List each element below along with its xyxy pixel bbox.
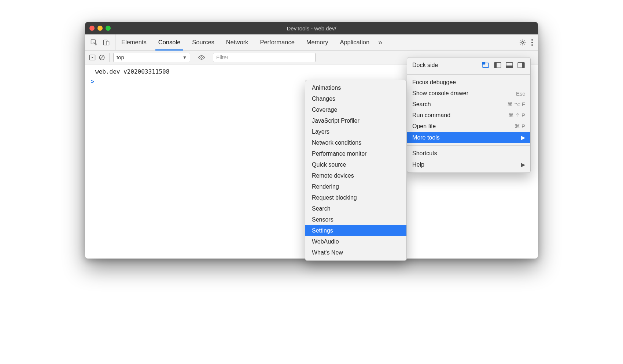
tab-performance[interactable]: Performance (254, 34, 300, 50)
chevron-right-icon: ▶ (521, 161, 525, 168)
submenu-item[interactable]: WebAudio (305, 236, 406, 247)
menu-item-shortcut: ⌘ ⇧ P (508, 112, 525, 119)
submenu-item-label: Changes (312, 96, 335, 102)
dock-undock-icon[interactable] (482, 62, 490, 68)
submenu-item-label: Performance monitor (312, 151, 366, 157)
menu-item-open-file[interactable]: Open file⌘ P (407, 121, 530, 132)
dock-bottom-icon[interactable] (505, 62, 513, 68)
tab-label: Application (340, 39, 369, 46)
submenu-item[interactable]: Quick source (305, 159, 406, 170)
submenu-item-label: Request blocking (312, 194, 357, 201)
tab-elements[interactable]: Elements (115, 34, 152, 50)
submenu-item[interactable]: Sensors (305, 214, 406, 225)
menu-item-label: Help (412, 161, 424, 168)
submenu-item[interactable]: Request blocking (305, 192, 406, 203)
tab-label: Performance (260, 39, 294, 46)
submenu-item[interactable]: Rendering (305, 181, 406, 192)
submenu-item-label: What's New (312, 249, 343, 256)
tab-memory[interactable]: Memory (301, 34, 334, 50)
menu-item-label: More tools (412, 134, 440, 141)
submenu-item[interactable]: Performance monitor (305, 148, 406, 159)
filter-input[interactable] (213, 53, 316, 62)
execute-icon[interactable] (89, 54, 96, 61)
traffic-lights (89, 26, 111, 31)
menu-item-label: Search (412, 101, 431, 108)
tab-network[interactable]: Network (220, 34, 254, 50)
menu-item-more-tools[interactable]: More tools▶ (407, 132, 530, 143)
tab-console[interactable]: Console (152, 34, 187, 50)
main-context-menu: Dock side Focus debuggee Show console dr… (407, 57, 531, 173)
window-title: DevTools - web.dev/ (85, 25, 538, 31)
tab-label: Network (226, 39, 248, 46)
submenu-item[interactable]: Coverage (305, 104, 406, 115)
devtools-window: DevTools - web.dev/ Elements Console Sou… (85, 22, 538, 259)
svg-rect-15 (522, 63, 524, 68)
menu-item-shortcut: ⌘ ⌥ F (507, 101, 526, 108)
svg-line-6 (100, 56, 103, 59)
tab-label: Elements (121, 39, 147, 46)
tabbar: Elements Console Sources Network Perform… (85, 34, 538, 51)
dock-side-label: Dock side (412, 62, 438, 68)
inspect-element-icon[interactable] (90, 39, 97, 46)
menu-item-shortcut: Esc (516, 90, 525, 97)
context-selected-label: top (117, 54, 124, 60)
submenu-item[interactable]: What's New (305, 247, 406, 258)
submenu-item[interactable]: Search (305, 203, 406, 214)
dock-right-icon[interactable] (517, 62, 525, 68)
submenu-item-label: Sensors (312, 216, 333, 223)
window-minimize-button[interactable] (97, 26, 103, 31)
tab-application[interactable]: Application (334, 34, 375, 50)
panel-tabs: Elements Console Sources Network Perform… (115, 34, 375, 50)
submenu-item-label: Quick source (312, 161, 346, 168)
settings-gear-icon[interactable] (519, 39, 526, 46)
submenu-item[interactable]: Animations (305, 82, 406, 93)
more-tools-submenu: AnimationsChangesCoverageJavaScript Prof… (305, 80, 407, 261)
device-toolbar-icon[interactable] (103, 39, 110, 46)
separator (109, 53, 110, 62)
svg-rect-9 (482, 62, 485, 64)
menu-item-shortcuts[interactable]: Shortcuts (407, 148, 530, 159)
submenu-item[interactable]: Remote devices (305, 170, 406, 181)
chevron-down-icon: ▼ (183, 55, 187, 60)
svg-rect-2 (106, 41, 109, 45)
submenu-item-label: Rendering (312, 183, 339, 190)
tab-label: Console (158, 39, 181, 46)
kebab-menu-icon[interactable] (531, 39, 533, 46)
tabs-overflow-button[interactable]: » (375, 34, 384, 50)
svg-point-7 (201, 56, 202, 58)
submenu-item[interactable]: JavaScript Profiler (305, 115, 406, 126)
eye-icon[interactable] (198, 54, 205, 61)
tab-label: Memory (306, 39, 328, 46)
execution-context-select[interactable]: top ▼ (113, 53, 190, 62)
submenu-item[interactable]: Layers (305, 126, 406, 137)
submenu-item[interactable]: Network conditions (305, 137, 406, 148)
chevron-right-icon: ▶ (521, 134, 525, 141)
submenu-item-label: Remote devices (312, 172, 354, 179)
menu-item-run-command[interactable]: Run command⌘ ⇧ P (407, 110, 530, 121)
menu-item-shortcut: ⌘ P (515, 123, 525, 130)
submenu-item[interactable]: Changes (305, 93, 406, 104)
window-close-button[interactable] (89, 26, 95, 31)
menu-item-focus-debuggee[interactable]: Focus debuggee (407, 77, 530, 88)
menu-item-show-console-drawer[interactable]: Show console drawerEsc (407, 88, 530, 99)
titlebar: DevTools - web.dev/ (85, 22, 538, 34)
window-zoom-button[interactable] (106, 26, 111, 31)
submenu-item-label: Network conditions (312, 140, 361, 146)
submenu-item-label: JavaScript Profiler (312, 118, 360, 124)
menu-item-label: Open file (412, 123, 436, 130)
clear-console-icon[interactable] (98, 54, 106, 61)
submenu-item-label: Search (312, 205, 331, 212)
svg-point-3 (521, 41, 523, 43)
menu-item-search[interactable]: Search⌘ ⌥ F (407, 99, 530, 110)
tab-label: Sources (192, 39, 214, 46)
dock-left-icon[interactable] (494, 62, 502, 68)
submenu-item-label: WebAudio (312, 238, 339, 245)
submenu-item[interactable]: Settings (305, 225, 406, 236)
separator (194, 53, 194, 62)
tab-sources[interactable]: Sources (186, 34, 220, 50)
menu-item-help[interactable]: Help▶ (407, 159, 530, 170)
submenu-item-label: Coverage (312, 107, 337, 113)
menu-item-label: Show console drawer (412, 90, 468, 97)
submenu-item-label: Animations (312, 85, 341, 91)
svg-rect-13 (506, 66, 513, 68)
